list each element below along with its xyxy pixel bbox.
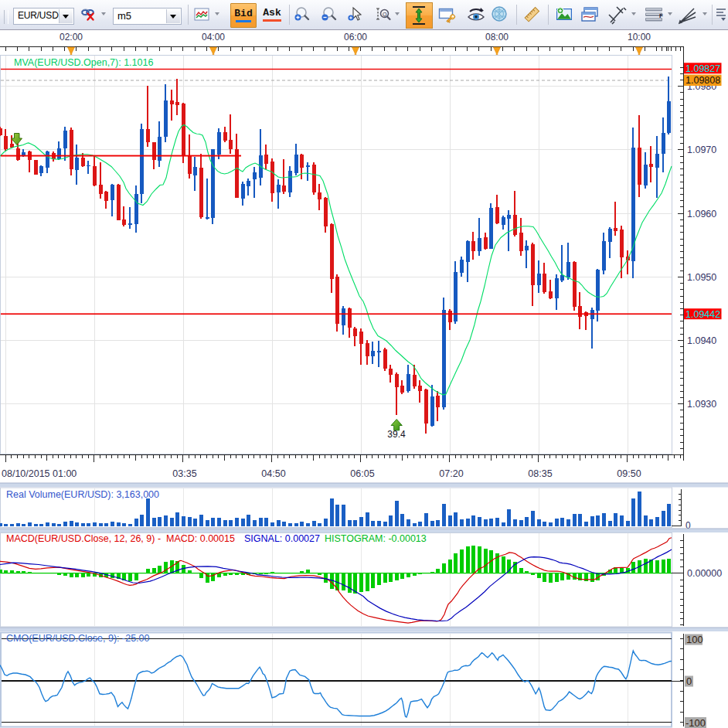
svg-text:06:05: 06:05 [350,468,374,479]
svg-text:04:00: 04:00 [202,32,225,43]
svg-text:1.09442: 1.09442 [685,309,720,320]
svg-text:1.0930: 1.0930 [687,399,716,410]
svg-text:1.09827: 1.09827 [685,63,720,74]
svg-text:07:20: 07:20 [439,468,463,479]
svg-text:MVA(EUR/USD.Open,7): 1.1016: MVA(EUR/USD.Open,7): 1.1016 [14,57,153,68]
svg-text:MACD(EUR/USD.Close, 12, 26, 9): MACD(EUR/USD.Close, 12, 26, 9) - MACD: 0… [6,533,235,544]
svg-text:SIGNAL: 0.00027: SIGNAL: 0.00027 [244,533,320,544]
svg-text:1.09808: 1.09808 [685,75,720,86]
svg-text:F: F [659,12,663,19]
svg-text:HISTOGRAM: -0.00013: HISTOGRAM: -0.00013 [325,533,427,544]
svg-text:CMO(EUR/USD.Close, 9): -25.00: CMO(EUR/USD.Close, 9): -25.00 [6,633,150,644]
svg-text:0.00000: 0.00000 [687,568,722,579]
svg-text:1.0970: 1.0970 [687,145,716,155]
svg-text:39.4: 39.4 [387,429,406,440]
svg-text:Q: Q [383,12,387,18]
svg-text:03:35: 03:35 [172,468,196,479]
svg-text:100: 100 [686,634,703,645]
svg-text:1.0940: 1.0940 [687,335,716,346]
svg-text:04:50: 04:50 [261,468,285,479]
svg-text:09:50: 09:50 [617,468,641,479]
svg-text:10:00: 10:00 [628,32,651,43]
svg-text:08/10/2015 01:00: 08/10/2015 01:00 [2,468,77,479]
svg-text:Real Volume(EUR/USD): 3,163,00: Real Volume(EUR/USD): 3,163,000 [6,489,159,500]
svg-text:1.0950: 1.0950 [687,272,716,283]
svg-text:0: 0 [686,675,692,687]
svg-text:08:35: 08:35 [528,468,552,479]
svg-text:08:00: 08:00 [485,32,509,43]
svg-text:1.0960: 1.0960 [687,209,716,219]
svg-text:-100: -100 [685,717,706,728]
svg-text:06:00: 06:00 [344,32,367,43]
svg-text:02:00: 02:00 [60,32,83,43]
